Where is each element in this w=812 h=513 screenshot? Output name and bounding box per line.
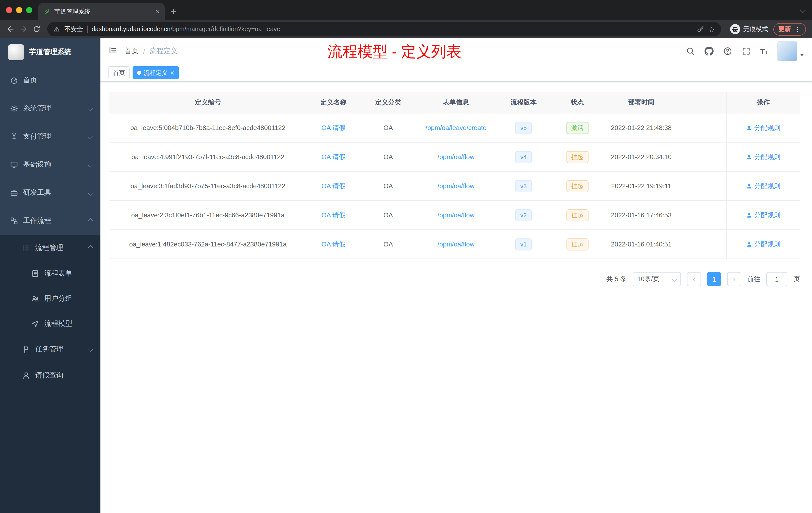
total-count: 共 5 条 [606,275,627,283]
font-size-icon[interactable]: TT [760,48,768,55]
form-link[interactable]: /bpm/oa/leave/create [426,124,487,131]
tab-search-chevron-icon[interactable] [800,7,806,13]
screen: 芋道管理系统 × + 不安全 dashboard.yudao.iocoder.c… [0,0,812,513]
goto-page-input[interactable] [766,272,787,286]
definition-name-link[interactable]: OA 请假 [321,152,345,161]
browser-menu-icon[interactable]: ⋮ [794,26,801,32]
url-path: /bpm/manager/definition?key=oa_leave [171,26,280,33]
search-icon[interactable] [686,47,695,56]
sidebar-item[interactable]: 支付管理 [0,122,100,151]
form-icon [31,270,39,278]
assign-rule-link[interactable]: 分配规则 [746,211,780,220]
page-unit-label: 页 [793,275,800,283]
sidebar-item[interactable]: 流程模型 [0,311,100,336]
tools-icon [10,189,18,197]
assign-rule-link[interactable]: 分配规则 [746,181,780,190]
user-icon [746,212,752,218]
chevron-icon [88,162,93,168]
tab-close-icon[interactable]: × [156,8,160,15]
reload-button[interactable] [30,23,43,36]
table-row: oa_leave:2:3c1f0ef1-76b1-11ec-9c66-a2380… [110,201,800,230]
user-icon [746,125,752,131]
column-filler [679,92,726,113]
definition-name-link[interactable]: OA 请假 [321,240,345,249]
sidebar-fold-button[interactable] [109,46,117,57]
chevron-icon [88,190,93,196]
version-tag: v2 [515,209,531,221]
sidebar-item[interactable]: 研发工具 [0,179,100,207]
sidebar-item[interactable]: 工作流程 [0,207,100,235]
column-header: 表单信息 [416,92,496,113]
current-page-button[interactable]: 1 [707,272,721,286]
update-label: 更新 [778,25,791,33]
sidebar-item[interactable]: 流程表单 [0,261,100,286]
sidebar-main-menu: 首页 系统管理 支付管理 [0,66,100,235]
form-link[interactable]: /bpm/oa/flow [437,211,474,219]
breadcrumb-current: 流程定义 [150,47,178,56]
definition-id: oa_leave:4:991f2193-7b7f-11ec-a3c8-acde4… [110,143,306,171]
sidebar-item[interactable]: 用户分组 [0,286,100,311]
user-icon [22,371,30,380]
sidebar-item-label: 流程表单 [44,269,72,278]
definition-name-link[interactable]: OA 请假 [321,123,345,132]
definition-id: oa_leave:5:004b710b-7b8a-11ec-8ef0-acde4… [110,114,306,142]
deploy-time: 2022-01-16 17:46:53 [604,201,679,230]
back-icon [6,25,15,34]
key-icon[interactable] [696,25,704,33]
sidebar-item[interactable]: 流程管理 [0,235,100,261]
security-label[interactable]: 不安全 [64,25,83,33]
sidebar-item[interactable]: 首页 [0,66,100,94]
forward-button[interactable] [17,23,30,36]
new-tab-button[interactable]: + [171,6,176,17]
github-icon[interactable] [704,47,713,56]
table-body: oa_leave:5:004b710b-7b8a-11ec-8ef0-acde4… [110,114,800,259]
browser-tab[interactable]: 芋道管理系统 × [38,3,165,20]
maximize-window-button[interactable] [26,7,32,13]
form-link[interactable]: /bpm/oa/flow [437,182,474,190]
tag[interactable]: 首页 × [109,66,129,79]
column-header: 操作 [726,92,800,113]
sidebar-item-label: 工作流程 [23,216,51,225]
sidebar-item[interactable]: 基础设施 [0,151,100,179]
form-link[interactable]: /bpm/oa/flow [437,240,474,248]
definition-name-link[interactable]: OA 请假 [321,211,345,220]
page-size-select[interactable]: 10条/页 [633,272,681,286]
definition-category: OA [360,114,416,142]
user-avatar-menu[interactable] [777,41,804,61]
tag-dot [137,71,141,75]
assign-rule-link[interactable]: 分配规则 [746,240,780,249]
sidebar-item-label: 流程模型 [44,319,72,328]
assign-rule-link[interactable]: 分配规则 [746,152,780,161]
assign-rule-link[interactable]: 分配规则 [746,123,780,132]
deploy-time: 2022-01-22 21:48:38 [604,114,679,142]
sidebar-item[interactable]: 系统管理 [0,94,100,122]
update-chip[interactable]: 更新 ⋮ [773,23,806,35]
back-button[interactable] [4,23,17,36]
tag[interactable]: 流程定义 × [133,66,179,79]
sidebar-item[interactable]: 任务管理 [0,336,100,362]
sidebar-item[interactable]: 请假查询 [0,362,100,389]
chevron-icon [88,134,93,140]
sidebar-item-label: 流程管理 [35,243,63,252]
help-icon[interactable] [723,47,732,56]
form-link[interactable]: /bpm/oa/flow [437,153,474,161]
dashboard-icon [10,76,18,84]
tab-title: 芋道管理系统 [54,7,152,16]
address-bar[interactable]: 不安全 dashboard.yudao.iocoder.cn/bpm/manag… [47,22,721,36]
annotation-title: 流程模型 - 定义列表 [327,42,461,62]
prev-page-button[interactable]: ‹ [687,272,701,286]
close-window-button[interactable] [6,7,12,13]
table-row: oa_leave:1:482ec033-762a-11ec-8477-a2380… [110,230,800,259]
fullscreen-icon[interactable] [742,47,751,56]
yen-icon [10,132,18,141]
list-icon [22,244,30,252]
assign-rule-label: 分配规则 [754,240,780,249]
minimize-window-button[interactable] [16,7,22,13]
breadcrumb-home[interactable]: 首页 [124,47,139,56]
next-page-button[interactable]: › [727,272,741,286]
definition-name-link[interactable]: OA 请假 [321,181,345,190]
sidebar-item-label: 任务管理 [35,345,63,354]
avatar [777,41,798,61]
close-icon[interactable]: × [170,69,174,76]
bookmark-star-icon[interactable]: ☆ [708,25,715,33]
